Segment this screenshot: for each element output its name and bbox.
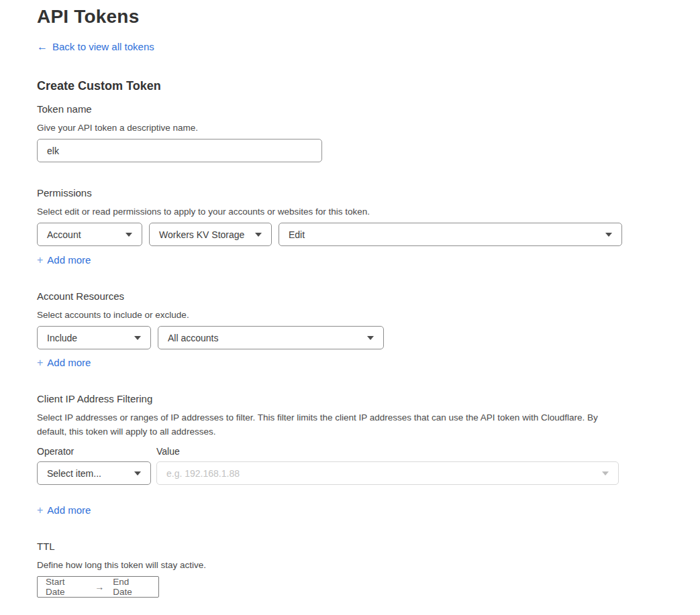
ip-filtering-help: Select IP addresses or ranges of IP addr… — [37, 410, 614, 439]
plus-icon: + — [37, 504, 43, 517]
caret-down-icon — [367, 336, 374, 340]
api-tokens-page: API Tokens ← Back to view all tokens Cre… — [0, 0, 700, 598]
create-custom-token-heading: Create Custom Token — [37, 78, 700, 93]
back-link-label: Back to view all tokens — [52, 41, 154, 53]
ip-operator-select[interactable]: Select item... — [37, 461, 151, 485]
accounts-value: All accounts — [168, 333, 218, 343]
page-title: API Tokens — [37, 4, 700, 30]
ip-operator-value: Select item... — [47, 468, 101, 479]
ttl-label: TTL — [37, 540, 700, 553]
ip-filtering-label: Client IP Address Filtering — [37, 392, 700, 406]
add-more-label: Add more — [47, 504, 91, 517]
start-date-label: Start Date — [46, 577, 86, 597]
end-date-label: End Date — [113, 577, 150, 597]
ip-filter-column-labels: Operator Value — [37, 445, 700, 457]
back-link[interactable]: ← Back to view all tokens — [37, 41, 154, 53]
caret-down-icon — [134, 471, 141, 476]
permission-resource-value: Workers KV Storage — [159, 229, 244, 240]
value-label: Value — [156, 445, 180, 457]
ttl-help: Define how long this token will stay act… — [37, 558, 614, 572]
ip-value-combobox[interactable] — [156, 461, 619, 485]
caret-down-icon — [255, 233, 262, 237]
account-resources-row: Include All accounts — [37, 326, 700, 349]
add-more-label: Add more — [47, 254, 91, 267]
token-name-help: Give your API token a descriptive name. — [37, 121, 614, 135]
account-resources-help: Select accounts to include or exclude. — [37, 308, 614, 322]
accounts-select[interactable]: All accounts — [158, 326, 384, 349]
permission-scope-value: Account — [47, 229, 81, 240]
arrow-right-icon: → — [95, 581, 104, 592]
caret-down-icon — [126, 233, 132, 237]
permission-resource-select[interactable]: Workers KV Storage — [149, 223, 272, 246]
token-name-label: Token name — [37, 103, 700, 116]
permission-scope-select[interactable]: Account — [37, 223, 142, 246]
add-more-label: Add more — [47, 356, 91, 370]
plus-icon: + — [37, 356, 43, 370]
plus-icon: + — [37, 254, 43, 267]
add-more-account-resources-link[interactable]: + Add more — [37, 356, 91, 370]
permissions-help: Select edit or read permissions to apply… — [37, 205, 614, 219]
include-mode-select[interactable]: Include — [37, 326, 151, 349]
operator-label: Operator — [37, 445, 156, 457]
permission-access-value: Edit — [289, 229, 305, 240]
add-more-permissions-link[interactable]: + Add more — [37, 254, 91, 267]
add-more-ip-link[interactable]: + Add more — [37, 504, 91, 517]
permissions-row: Account Workers KV Storage Edit — [37, 223, 700, 246]
ip-value-input[interactable] — [166, 468, 595, 479]
caret-down-icon — [602, 471, 609, 476]
permissions-label: Permissions — [37, 186, 700, 200]
ip-filter-row: Select item... — [37, 461, 700, 485]
caret-down-icon — [134, 336, 141, 340]
include-mode-value: Include — [47, 333, 77, 343]
token-name-input[interactable] — [37, 139, 322, 162]
permission-access-select[interactable]: Edit — [279, 223, 622, 246]
account-resources-label: Account Resources — [37, 290, 700, 303]
date-range-picker[interactable]: Start Date → End Date — [37, 576, 159, 598]
arrow-left-icon: ← — [37, 41, 48, 53]
caret-down-icon — [605, 233, 612, 237]
